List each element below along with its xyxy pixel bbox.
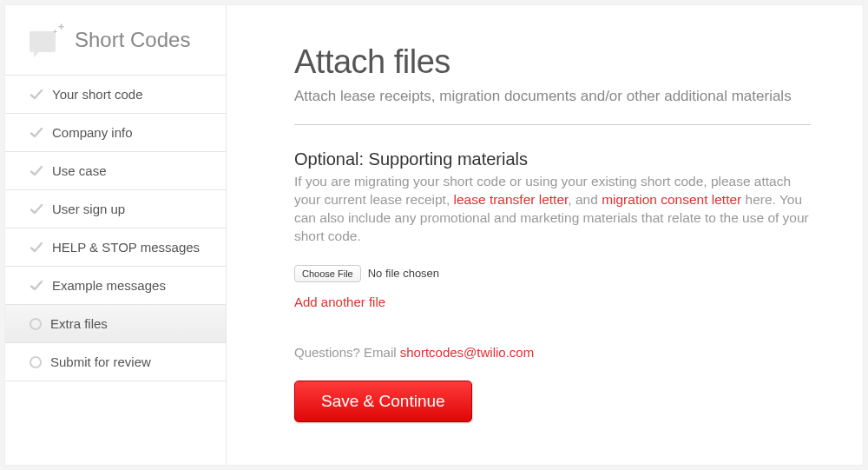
lease-transfer-letter-link[interactable]: lease transfer letter <box>454 192 569 207</box>
section-title: Optional: Supporting materials <box>294 149 811 169</box>
sidebar-item-extra-files[interactable]: Extra files <box>5 305 226 343</box>
sidebar-item-user-sign-up[interactable]: User sign up <box>5 190 226 228</box>
check-icon <box>30 88 43 102</box>
check-icon <box>30 164 43 178</box>
radio-icon <box>30 318 42 330</box>
sidebar-item-label: Use case <box>52 163 107 178</box>
sidebar-item-label: User sign up <box>52 202 125 216</box>
sidebar-item-label: Your short code <box>52 87 143 102</box>
sidebar-item-example-messages[interactable]: Example messages <box>5 267 226 305</box>
sidebar-item-label: Submit for review <box>50 354 151 369</box>
choose-file-button[interactable]: Choose File <box>294 265 361 282</box>
file-status-text: No file chosen <box>368 267 439 280</box>
page-title: Attach files <box>294 43 811 81</box>
section-text-part: , and <box>568 192 602 207</box>
sidebar: + + Short Codes Your short code Company … <box>5 5 227 465</box>
sidebar-item-help-stop[interactable]: HELP & STOP messages <box>5 228 226 267</box>
sidebar-header: + + Short Codes <box>5 5 226 76</box>
sidebar-item-submit-for-review[interactable]: Submit for review <box>5 343 226 381</box>
sidebar-title: Short Codes <box>75 28 190 52</box>
sidebar-item-your-short-code[interactable]: Your short code <box>5 76 226 114</box>
check-icon <box>30 126 43 140</box>
check-icon <box>30 202 43 216</box>
support-email-link[interactable]: shortcodes@twilio.com <box>400 345 534 360</box>
chat-bubble-icon: + + <box>28 23 62 57</box>
check-icon <box>30 241 43 255</box>
main-content: Attach files Attach lease receipts, migr… <box>227 5 863 465</box>
check-icon <box>30 279 43 293</box>
sidebar-item-label: HELP & STOP messages <box>52 240 200 255</box>
sidebar-item-label: Extra files <box>50 316 108 331</box>
sidebar-item-label: Company info <box>52 125 133 140</box>
file-input-row: Choose File No file chosen <box>294 265 811 282</box>
migration-consent-letter-link[interactable]: migration consent letter <box>602 192 741 207</box>
page-subtitle: Attach lease receipts, migration documen… <box>294 88 811 125</box>
add-another-file-link[interactable]: Add another file <box>294 295 385 309</box>
sidebar-item-use-case[interactable]: Use case <box>5 152 226 190</box>
questions-prefix: Questions? Email <box>294 345 400 360</box>
sidebar-item-label: Example messages <box>52 278 166 293</box>
radio-icon <box>30 356 42 368</box>
questions-text: Questions? Email shortcodes@twilio.com <box>294 345 811 360</box>
save-continue-button[interactable]: Save & Continue <box>294 381 472 422</box>
sidebar-item-company-info[interactable]: Company info <box>5 114 226 152</box>
section-paragraph: If you are migrating your short code or … <box>294 173 811 246</box>
